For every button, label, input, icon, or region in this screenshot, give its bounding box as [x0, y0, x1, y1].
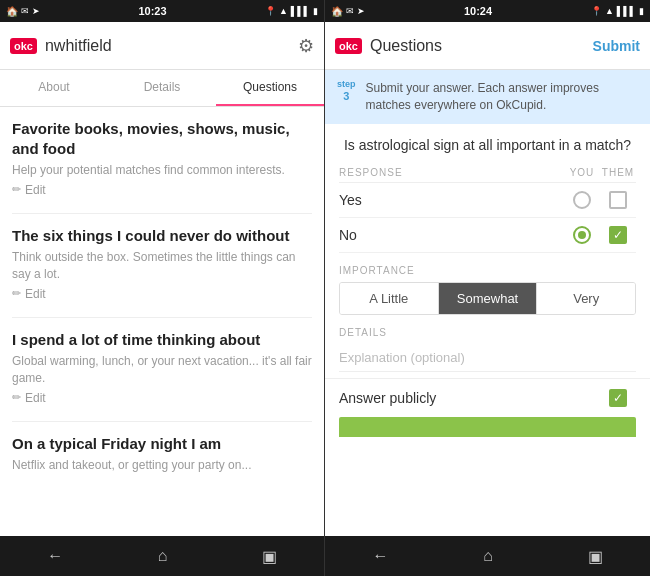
importance-section: IMPORTANCE A Little Somewhat Very	[325, 253, 650, 321]
divider-3	[12, 421, 312, 422]
tab-questions[interactable]: Questions	[216, 70, 324, 106]
wifi-icon-right: ▲	[605, 6, 614, 16]
importance-alittle[interactable]: A Little	[340, 283, 439, 314]
details-section: DETAILS Explanation (optional)	[325, 321, 650, 378]
check-empty-yes-them[interactable]	[609, 191, 627, 209]
right-status-right: 📍 ▲ ▌▌▌ ▮	[591, 6, 644, 16]
tab-details[interactable]: Details	[108, 70, 216, 106]
left-status-right: 📍 ▲ ▌▌▌ ▮	[265, 6, 318, 16]
left-status-icons: 🏠 ✉ ➤	[6, 6, 40, 17]
question-text: Is astrological sign at all important in…	[325, 124, 650, 168]
home-btn-left[interactable]: ⌂	[142, 543, 184, 569]
check-filled-no-them[interactable]: ✓	[609, 226, 627, 244]
edit-label-3: Edit	[25, 391, 46, 405]
location-icon-r: 📍	[591, 6, 602, 16]
settings-icon[interactable]: ⚙	[298, 35, 314, 57]
right-status-icons: 🏠 ✉ ➤	[331, 6, 365, 17]
radio-filled-no-you[interactable]	[573, 226, 591, 244]
step-number: step 3	[337, 80, 356, 102]
okc-badge-right: okc	[335, 38, 362, 54]
location-icon: 📍	[265, 6, 276, 16]
msg-icon: ✉	[21, 6, 29, 16]
section-books: Favorite books, movies, shows, music, an…	[12, 119, 312, 197]
battery-icon-left: ▮	[313, 6, 318, 16]
recents-btn-left[interactable]: ▣	[246, 543, 293, 570]
section-friday-title: On a typical Friday night I am	[12, 434, 312, 454]
radio-empty-yes-you[interactable]	[573, 191, 591, 209]
response-row-yes: Yes	[339, 183, 636, 218]
yes-them-check[interactable]	[600, 191, 636, 209]
left-time: 10:23	[138, 5, 166, 17]
recents-btn-right[interactable]: ▣	[572, 543, 619, 570]
no-label: No	[339, 227, 564, 243]
answer-public-label: Answer publicly	[339, 390, 600, 406]
home-icon: 🏠	[6, 6, 18, 17]
step-description: Submit your answer. Each answer improves…	[366, 80, 638, 114]
explanation-placeholder: Explanation (optional)	[339, 350, 465, 365]
okc-logo-left: okc	[10, 38, 37, 54]
edit-label-2: Edit	[25, 287, 46, 301]
msg-icon-r: ✉	[346, 6, 354, 16]
right-bottom-nav: ← ⌂ ▣	[325, 536, 650, 576]
section-sixthings: The six things I could never do without …	[12, 226, 312, 301]
right-screen: 🏠 ✉ ➤ 10:24 📍 ▲ ▌▌▌ ▮ okc Questions Subm…	[325, 0, 650, 576]
left-status-bar: 🏠 ✉ ➤ 10:23 📍 ▲ ▌▌▌ ▮	[0, 0, 324, 22]
edit-sixthings[interactable]: ✏ Edit	[12, 287, 312, 301]
details-label: DETAILS	[339, 327, 636, 338]
nav-icon: ➤	[32, 6, 40, 16]
section-friday-desc: Netflix and takeout, or getting your par…	[12, 457, 312, 474]
left-header: okc nwhitfield ⚙	[0, 22, 324, 70]
response-header: RESPONSE YOU THEM	[339, 167, 636, 183]
right-header: okc Questions Submit	[325, 22, 650, 70]
answer-public-row: Answer publicly ✓	[325, 378, 650, 417]
pencil-icon-1: ✏	[12, 183, 21, 196]
section-sixthings-desc: Think outside the box. Sometimes the lit…	[12, 249, 312, 283]
pencil-icon-2: ✏	[12, 287, 21, 300]
importance-very[interactable]: Very	[537, 283, 635, 314]
home-icon-r: 🏠	[331, 6, 343, 17]
yes-you-radio[interactable]	[564, 191, 600, 209]
importance-somewhat[interactable]: Somewhat	[439, 283, 538, 314]
left-bottom-nav: ← ⌂ ▣	[0, 536, 324, 576]
back-btn-left[interactable]: ←	[31, 543, 79, 569]
left-screen: 🏠 ✉ ➤ 10:23 📍 ▲ ▌▌▌ ▮ okc nwhitfield ⚙ A…	[0, 0, 325, 576]
signal-icon-right: ▌▌▌	[617, 6, 636, 16]
importance-buttons: A Little Somewhat Very	[339, 282, 636, 315]
section-friday: On a typical Friday night I am Netflix a…	[12, 434, 312, 474]
edit-label-1: Edit	[25, 183, 46, 197]
step-num-value: 3	[343, 90, 349, 102]
okc-logo-right: okc	[335, 38, 362, 54]
nav-icon-r: ➤	[357, 6, 365, 16]
importance-label: IMPORTANCE	[339, 265, 636, 276]
pencil-icon-3: ✏	[12, 391, 21, 404]
divider-2	[12, 317, 312, 318]
home-btn-right[interactable]: ⌂	[467, 543, 509, 569]
right-status-bar: 🏠 ✉ ➤ 10:24 📍 ▲ ▌▌▌ ▮	[325, 0, 650, 22]
response-label: RESPONSE	[339, 167, 564, 178]
section-books-title: Favorite books, movies, shows, music, an…	[12, 119, 312, 158]
right-time: 10:24	[464, 5, 492, 17]
edit-thinking[interactable]: ✏ Edit	[12, 391, 312, 405]
left-username: nwhitfield	[45, 37, 298, 55]
section-thinking-title: I spend a lot of time thinking about	[12, 330, 312, 350]
check-filled-public[interactable]: ✓	[609, 389, 627, 407]
response-section: RESPONSE YOU THEM Yes No	[325, 167, 650, 253]
submit-button[interactable]: Submit	[593, 38, 640, 54]
left-content: Favorite books, movies, shows, music, an…	[0, 107, 324, 536]
right-content: step 3 Submit your answer. Each answer i…	[325, 70, 650, 536]
back-btn-right[interactable]: ←	[356, 543, 404, 569]
no-you-radio[interactable]	[564, 226, 600, 244]
section-thinking: I spend a lot of time thinking about Glo…	[12, 330, 312, 405]
explanation-input[interactable]: Explanation (optional)	[339, 344, 636, 372]
tab-about[interactable]: About	[0, 70, 108, 106]
divider-1	[12, 213, 312, 214]
no-them-check[interactable]: ✓	[600, 226, 636, 244]
right-title: Questions	[370, 37, 593, 55]
battery-icon-right: ▮	[639, 6, 644, 16]
green-submit-btn[interactable]	[339, 417, 636, 437]
edit-books[interactable]: ✏ Edit	[12, 183, 312, 197]
you-label: YOU	[564, 167, 600, 178]
section-thinking-desc: Global warming, lunch, or your next vaca…	[12, 353, 312, 387]
answer-public-check[interactable]: ✓	[600, 389, 636, 407]
response-row-no: No ✓	[339, 218, 636, 253]
